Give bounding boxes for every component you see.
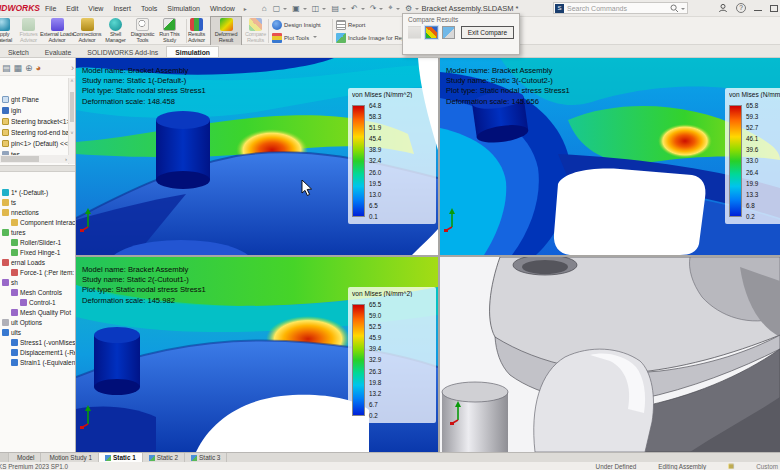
- minimize-icon[interactable]: [754, 10, 762, 11]
- exit-compare-button[interactable]: Exit Compare: [461, 26, 514, 39]
- study-tree-item[interactable]: sh: [0, 277, 76, 287]
- tree-horizontal-scrollbar[interactable]: ›: [0, 155, 69, 163]
- study-tab[interactable]: Static 2: [143, 453, 185, 462]
- tab-scroll-stub[interactable]: [0, 453, 9, 462]
- study-tree-item[interactable]: Roller/Slider-1: [0, 237, 76, 247]
- ribbon-button[interactable]: Fixtures Advisor: [16, 17, 41, 45]
- study-tree-item[interactable]: tures: [0, 227, 76, 237]
- status-grid-icon[interactable]: ▦: [728, 462, 734, 470]
- chevron-down-icon[interactable]: [303, 8, 307, 12]
- feature-manager-toolbar: ▤ ▦ ⊕ ◕ ›: [0, 60, 76, 76]
- graphics-area: Model name: Bracket AssemblyStudy name: …: [76, 58, 780, 452]
- viewport-static1-stress-plot[interactable]: Model name: Bracket AssemblyStudy name: …: [76, 58, 438, 255]
- ribbon-separator: [268, 19, 269, 43]
- ribbon-button[interactable]: Run This Study: [157, 17, 182, 45]
- chevron-down-icon[interactable]: [415, 8, 419, 12]
- commandmanager-tab[interactable]: Sketch: [0, 47, 37, 57]
- menu-item[interactable]: Window: [205, 5, 240, 12]
- redo-icon[interactable]: ↷: [367, 4, 380, 13]
- configurationmanager-icon[interactable]: ⊕: [25, 63, 33, 73]
- ribbon-button[interactable]: Diagnostic Tools: [130, 17, 155, 45]
- help-icon[interactable]: ?: [736, 3, 746, 13]
- search-icon[interactable]: [670, 4, 679, 13]
- feature-tree: ght Plane igin Steering bracket<1> (Defa…: [0, 94, 76, 160]
- commandmanager-tab[interactable]: Evaluate: [37, 47, 79, 57]
- chevron-down-icon[interactable]: [313, 36, 317, 40]
- save-icon[interactable]: ◫: [309, 4, 323, 13]
- ribbon-button[interactable]: Apply Material: [0, 17, 14, 45]
- study-tree-item[interactable]: ts: [0, 197, 76, 207]
- menu-item[interactable]: File: [40, 5, 61, 12]
- viewport-model-view[interactable]: [440, 257, 780, 452]
- menu-item[interactable]: View: [83, 5, 108, 12]
- new-document-icon[interactable]: ▢: [270, 4, 284, 13]
- study-tree-item[interactable]: Displacement1 (-Res disp-): [0, 347, 76, 357]
- chevron-down-icon[interactable]: [361, 8, 365, 12]
- menu-item[interactable]: Edit: [61, 5, 83, 12]
- study-tree-item[interactable]: Strain1 (-Equivalent-): [0, 357, 76, 367]
- tree-vertical-scrollbar[interactable]: ˄˅: [68, 78, 75, 164]
- commandmanager-tab[interactable]: Simulation: [166, 46, 219, 57]
- design-insight-button[interactable]: Design Insight: [272, 18, 330, 31]
- viewport-static3-stress-plot[interactable]: Model name: Bracket AssemblyStudy name: …: [440, 58, 780, 255]
- menu-item[interactable]: Tools: [136, 5, 162, 12]
- ribbon-button[interactable]: Compare Results: [243, 17, 268, 45]
- study-tree-item[interactable]: Stress1 (-vonMises-): [0, 337, 76, 347]
- study-tree-item[interactable]: Component Interactions: [0, 217, 76, 227]
- study-tree-item[interactable]: Mesh Controls: [0, 287, 76, 297]
- compare-all-results-icon[interactable]: [425, 26, 438, 39]
- study-tree-item[interactable]: Force-1 (:Per item: 3,000 N:): [0, 267, 76, 277]
- plot-tools-button[interactable]: Plot Tools: [272, 31, 330, 44]
- select-icon[interactable]: ⌖: [385, 3, 396, 13]
- study-tab[interactable]: Motion Study 1: [41, 453, 99, 462]
- undo-icon[interactable]: ↶: [348, 4, 361, 13]
- tree-item-label: Control-1: [29, 299, 56, 306]
- study-tree-item[interactable]: ults: [0, 327, 76, 337]
- chevron-down-icon[interactable]: [681, 8, 685, 12]
- chevron-down-icon[interactable]: [322, 8, 326, 12]
- study-tab[interactable]: Model: [9, 453, 41, 462]
- featuremanager-tree-icon[interactable]: ▤: [2, 63, 11, 73]
- tree-item[interactable]: Steering bracket<1> (Default: [0, 116, 76, 127]
- chevron-down-icon[interactable]: [342, 8, 346, 12]
- study-tree-item[interactable]: Fixed Hinge-1: [0, 247, 76, 257]
- print-icon[interactable]: ▤: [328, 4, 342, 13]
- menu-item[interactable]: Insert: [108, 5, 136, 12]
- viewport-static2-stress-plot[interactable]: Model name: Bracket AssemblyStudy name: …: [76, 257, 438, 452]
- tree-item[interactable]: Steering rod-end ball<2> (D: [0, 127, 76, 138]
- study-tab[interactable]: Static 1: [99, 453, 143, 462]
- ribbon-button[interactable]: Connections Advisor: [73, 17, 101, 45]
- options-gear-icon[interactable]: ⚙: [402, 4, 415, 13]
- chevron-down-icon[interactable]: [379, 8, 383, 12]
- open-icon[interactable]: ▣: [289, 4, 303, 13]
- ribbon-button[interactable]: Deformed Result: [211, 17, 241, 45]
- tree-item[interactable]: igin: [0, 105, 76, 116]
- study-tab[interactable]: Static 3: [185, 453, 227, 462]
- study-tree-item[interactable]: Control-1: [0, 297, 76, 307]
- expand-panel-arrow-icon[interactable]: ›: [71, 63, 74, 73]
- study-tree-item[interactable]: nnections: [0, 207, 76, 217]
- search-commands-box[interactable]: S Search Commands: [553, 2, 688, 14]
- home-icon[interactable]: ⌂: [259, 4, 270, 13]
- chevron-down-icon[interactable]: [283, 8, 287, 12]
- ribbon-button[interactable]: Results Advisor: [184, 17, 209, 45]
- restore-window-icon[interactable]: [770, 5, 778, 12]
- compare-image-icon[interactable]: [442, 26, 455, 39]
- study-tree-item[interactable]: ernal Loads: [0, 257, 76, 267]
- panel-splitter[interactable]: [0, 165, 76, 172]
- tree-item[interactable]: ght Plane: [0, 94, 76, 105]
- custom-unit-selector[interactable]: Custom: [756, 463, 778, 470]
- propertymanager-icon[interactable]: ▦: [14, 63, 23, 73]
- study-tree-item[interactable]: Mesh Quality Plot: [0, 307, 76, 317]
- pin-menu-icon[interactable]: ▸: [240, 5, 251, 12]
- displaymanager-icon[interactable]: ◕: [36, 63, 41, 73]
- commandmanager-tab[interactable]: SOLIDWORKS Add-Ins: [79, 47, 166, 57]
- study-tree-item[interactable]: 1* (-Default-): [0, 187, 76, 197]
- user-account-icon[interactable]: [718, 3, 728, 13]
- study-tree-item[interactable]: ult Options: [0, 317, 76, 327]
- chevron-down-icon[interactable]: [396, 8, 400, 12]
- menu-item[interactable]: Simulation: [162, 5, 205, 12]
- ribbon-button[interactable]: External Loads Advisor: [43, 17, 71, 45]
- ribbon-button[interactable]: Shell Manager: [103, 17, 128, 45]
- tree-item[interactable]: pin<1> (Default) <<Default:: [0, 138, 76, 149]
